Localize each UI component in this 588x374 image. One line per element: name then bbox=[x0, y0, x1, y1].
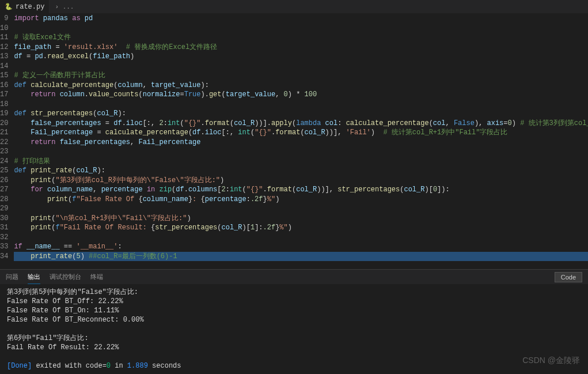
line-number: 20 bbox=[0, 119, 8, 129]
python-icon: 🐍 bbox=[5, 3, 13, 10]
code-line[interactable]: def str_percentages(col_R): bbox=[14, 109, 588, 119]
line-number: 13 bbox=[0, 52, 8, 62]
line-number: 22 bbox=[0, 138, 8, 148]
watermark: CSDN @金陵驿 bbox=[522, 356, 580, 366]
code-line[interactable]: false_percentages = df.iloc[:, 2:int("{}… bbox=[14, 119, 588, 129]
line-number: 32 bbox=[0, 233, 8, 243]
line-number: 9 bbox=[0, 14, 8, 24]
code-line[interactable]: return false_percentages, Fail_percentag… bbox=[14, 138, 588, 148]
terminal-done-line: [Done] exited with code=0 in 1.889 secon… bbox=[7, 361, 581, 371]
line-number: 31 bbox=[0, 223, 8, 233]
line-number: 30 bbox=[0, 214, 8, 224]
panel-tab-3[interactable]: 终端 bbox=[90, 270, 103, 284]
line-number: 21 bbox=[0, 128, 8, 138]
code-line[interactable]: if __name__ == '__main__': bbox=[14, 242, 588, 252]
code-line[interactable]: # 定义一个函数用于计算占比 bbox=[14, 71, 588, 81]
code-line[interactable] bbox=[14, 100, 588, 109]
code-line[interactable]: def calculate_percentage(column, target_… bbox=[14, 81, 588, 90]
panel-tab-bar: 问题输出调试控制台终端 Code bbox=[0, 269, 588, 284]
line-number: 12 bbox=[0, 43, 8, 52]
terminal-line: False Rate Of BT_On: 11.11% bbox=[7, 306, 581, 315]
line-number: 19 bbox=[0, 109, 8, 119]
code-line[interactable]: import pandas as pd bbox=[14, 14, 588, 24]
code-line[interactable] bbox=[14, 204, 588, 214]
line-numbers: 9101112131415161718192021222324252627282… bbox=[0, 14, 14, 269]
line-number: 23 bbox=[0, 147, 8, 157]
code-line[interactable]: for column_name, percentage in zip(df.co… bbox=[14, 185, 588, 195]
line-number: 11 bbox=[0, 33, 8, 43]
code-area[interactable]: import pandas as pd# 读取Excel文件file_path … bbox=[14, 14, 588, 269]
code-line[interactable]: def print_rate(col_R): bbox=[14, 166, 588, 176]
terminal-line bbox=[7, 352, 581, 361]
terminal-line: 第6列中"Fail"字段占比: bbox=[7, 334, 581, 343]
code-line[interactable]: file_path = 'result.xlsx' # 替换成你的Excel文件… bbox=[14, 43, 588, 52]
code-line[interactable]: print("第3列到第col_R列中每列的\"False\"字段占比:") bbox=[14, 176, 588, 186]
line-number: 16 bbox=[0, 81, 8, 90]
code-line[interactable]: df = pd.read_excel(file_path) bbox=[14, 52, 588, 62]
line-number: 27 bbox=[0, 185, 8, 195]
line-number: 17 bbox=[0, 90, 8, 100]
line-number: 26 bbox=[0, 176, 8, 186]
terminal-line: 第3列到第5列中每列的"False"字段占比: bbox=[7, 288, 581, 297]
line-number: 33 bbox=[0, 242, 8, 252]
terminal-line: False Rate Of BT_Off: 22.22% bbox=[7, 297, 581, 306]
tab-bar: 🐍 rate.py › ... bbox=[0, 0, 588, 14]
code-line[interactable]: # 读取Excel文件 bbox=[14, 33, 588, 43]
line-number: 25 bbox=[0, 166, 8, 176]
code-line[interactable]: print("\n第col_R+1列中\"Fail\"字段占比:") bbox=[14, 214, 588, 224]
panel-tab-2[interactable]: 调试控制台 bbox=[50, 270, 81, 284]
terminal-line bbox=[7, 324, 581, 334]
line-number: 14 bbox=[0, 62, 8, 71]
line-number: 34 bbox=[0, 252, 8, 262]
code-line[interactable]: Fail_percentage = calculate_percentage(d… bbox=[14, 128, 588, 138]
line-number: 15 bbox=[0, 71, 8, 81]
code-line[interactable] bbox=[14, 147, 588, 157]
line-number: 10 bbox=[0, 24, 8, 33]
editor-tab[interactable]: 🐍 rate.py bbox=[0, 0, 49, 13]
code-line[interactable]: # 打印结果 bbox=[14, 157, 588, 167]
line-number: 24 bbox=[0, 157, 8, 167]
terminal-line: False Rate Of BT_Reconnect: 0.00% bbox=[7, 315, 581, 324]
code-line[interactable]: return column.value_counts(normalize=Tru… bbox=[14, 90, 588, 100]
code-line[interactable] bbox=[14, 24, 588, 33]
line-number: 29 bbox=[0, 204, 8, 214]
panel-tab-1[interactable]: 输出 bbox=[28, 270, 40, 284]
code-line[interactable]: print(f"Fail Rate Of Result: {str_percen… bbox=[14, 223, 588, 233]
code-line[interactable]: print(f"False Rate Of {column_name}: {pe… bbox=[14, 195, 588, 205]
line-number: 28 bbox=[0, 195, 8, 205]
breadcrumb[interactable]: › ... bbox=[49, 2, 79, 12]
code-button[interactable]: Code bbox=[555, 272, 582, 282]
panel-tab-0[interactable]: 问题 bbox=[6, 270, 18, 284]
code-line[interactable] bbox=[14, 62, 588, 71]
code-editor[interactable]: 9101112131415161718192021222324252627282… bbox=[0, 14, 588, 269]
code-line[interactable] bbox=[14, 233, 588, 243]
terminal-line: Fail Rate Of Result: 22.22% bbox=[7, 343, 581, 352]
tab-filename: rate.py bbox=[16, 3, 44, 11]
output-panel[interactable]: 第3列到第5列中每列的"False"字段占比:False Rate Of BT_… bbox=[0, 284, 588, 374]
code-line[interactable]: print_rate(5) ##col_R=最后一列数(6)-1 bbox=[14, 252, 588, 262]
line-number: 18 bbox=[0, 100, 8, 109]
